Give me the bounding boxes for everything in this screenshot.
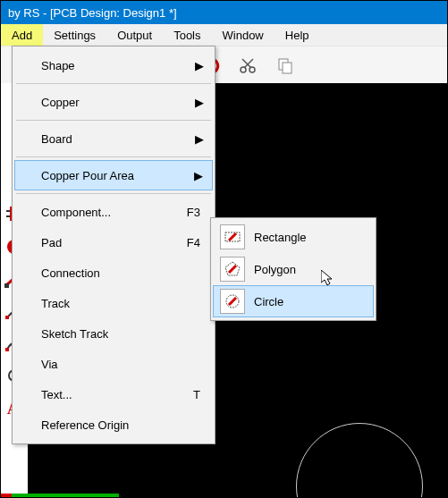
shortcut-label: T <box>193 388 200 401</box>
menu-tools[interactable]: Tools <box>163 24 211 46</box>
drawn-circle <box>296 423 423 498</box>
menu-settings[interactable]: Settings <box>43 24 106 46</box>
menu-separator <box>16 83 211 84</box>
menu-window[interactable]: Window <box>212 24 275 46</box>
submenu-arrow-icon: ▶ <box>194 169 203 182</box>
svg-rect-23 <box>6 210 10 212</box>
submenu-arrow-icon: ▶ <box>195 59 204 72</box>
menu-item-reference-origin[interactable]: Reference Origin <box>14 409 213 440</box>
svg-line-40 <box>229 233 236 241</box>
menu-item-component[interactable]: Component...F3 <box>14 197 213 227</box>
menu-item-shape[interactable]: Shape▶ <box>14 50 213 80</box>
submenu-item-circle[interactable]: Circle <box>213 285 374 317</box>
polygon-icon <box>220 257 245 282</box>
menu-item-connection[interactable]: Connection <box>14 257 213 288</box>
menu-item-track[interactable]: Track <box>14 288 213 318</box>
rectangle-icon <box>220 224 245 249</box>
menu-item-via[interactable]: Via <box>14 349 213 379</box>
toolbar-copy[interactable] <box>267 48 303 82</box>
submenu-item-rectangle[interactable]: Rectangle <box>213 221 374 253</box>
menu-output[interactable]: Output <box>106 24 163 46</box>
shortcut-label: F3 <box>187 206 200 219</box>
menu-separator <box>16 193 211 194</box>
title-bar: by RS - [PCB Design: Design1 *] <box>1 1 447 24</box>
svg-line-42 <box>229 266 236 273</box>
svg-rect-21 <box>283 63 292 73</box>
menu-help[interactable]: Help <box>275 24 320 46</box>
menu-item-copper-pour-area[interactable]: Copper Pour Area▶ <box>14 160 213 190</box>
toolbar-scissors[interactable] <box>230 48 266 82</box>
svg-line-44 <box>229 298 236 305</box>
add-menu-dropdown: Shape▶ Copper▶ Board▶ Copper Pour Area▶ … <box>12 46 216 444</box>
status-strip <box>1 494 447 497</box>
menu-bar: Add Settings Output Tools Window Help <box>1 24 447 46</box>
svg-rect-24 <box>6 215 10 217</box>
status-seg-green <box>12 494 119 497</box>
status-seg-red <box>1 494 12 497</box>
copper-pour-submenu: Rectangle Polygon Circle <box>210 217 376 321</box>
submenu-arrow-icon: ▶ <box>195 96 204 109</box>
menu-separator <box>16 156 211 157</box>
shortcut-label: F4 <box>187 236 200 249</box>
svg-rect-34 <box>5 348 9 351</box>
menu-item-text[interactable]: Text...T <box>14 379 213 409</box>
svg-rect-30 <box>4 283 9 288</box>
menu-item-sketch-track[interactable]: Sketch Track <box>14 318 213 349</box>
submenu-arrow-icon: ▶ <box>195 132 204 146</box>
menu-item-copper[interactable]: Copper▶ <box>14 87 213 117</box>
menu-item-pad[interactable]: PadF4 <box>14 227 213 257</box>
menu-separator <box>16 120 211 121</box>
menu-item-board[interactable]: Board▶ <box>14 123 213 154</box>
svg-rect-32 <box>5 316 9 319</box>
window-title: by RS - [PCB Design: Design1 *] <box>8 6 177 20</box>
circle-icon <box>220 289 245 314</box>
submenu-item-polygon[interactable]: Polygon <box>213 253 374 285</box>
menu-add[interactable]: Add <box>1 24 43 46</box>
